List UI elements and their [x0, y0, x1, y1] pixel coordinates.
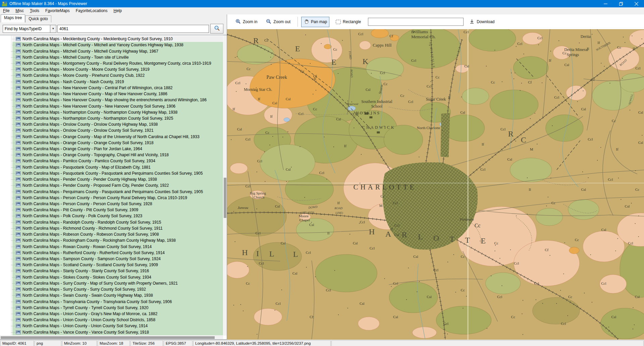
map-node-icon: [16, 98, 21, 102]
tree-item[interactable]: North Carolina Maps - Vance County - Van…: [0, 329, 223, 335]
tree-item[interactable]: North Carolina Maps - Union County - Uni…: [0, 323, 223, 329]
svg-text:Ccl: Ccl: [326, 288, 331, 292]
restore-button[interactable]: [613, 0, 629, 7]
tree-item[interactable]: North Carolina Maps - Richmond County - …: [0, 225, 223, 231]
menu-item-tools[interactable]: Tools: [27, 8, 42, 14]
tree-item[interactable]: North Carolina Maps - Moore County - Moo…: [0, 66, 223, 72]
download-button[interactable]: Download: [467, 17, 497, 27]
svg-text:Ccl: Ccl: [554, 95, 559, 99]
search-input[interactable]: [57, 25, 209, 33]
svg-text:Cc: Cc: [265, 130, 269, 134]
tree-item[interactable]: North Carolina Maps - Orange County - Pl…: [0, 146, 223, 152]
tree-item[interactable]: North Carolina Maps - Person County - Pe…: [0, 195, 223, 201]
tree-item[interactable]: North Carolina Maps - Orange County - Or…: [0, 140, 223, 146]
title-bar[interactable]: Offline Map Maker 8.364 - Maps Previewer: [0, 0, 644, 7]
tree-item[interactable]: North Carolina Maps - Pender County - Pr…: [0, 182, 223, 188]
pan-map-button[interactable]: Pan map: [301, 17, 329, 27]
zoom-in-button[interactable]: Zoom in: [233, 17, 260, 27]
tree-item[interactable]: North Carolina Maps - New Hanover County…: [0, 103, 223, 109]
tree-item[interactable]: North Carolina Maps - Randolph County - …: [0, 219, 223, 225]
tree-item[interactable]: North Carolina Maps - Onslow County - On…: [0, 127, 223, 133]
tab-quick-goto[interactable]: Quick goto: [25, 15, 51, 22]
tree-item[interactable]: North Carolina Maps - Pasquotank County …: [0, 164, 223, 170]
tree-item[interactable]: North Carolina Maps - Rowan County - Row…: [0, 243, 223, 249]
tree-item[interactable]: North Carolina Maps - Union County - Uni…: [0, 317, 223, 323]
tree-item[interactable]: North Carolina Maps - Moore County - Pin…: [0, 72, 223, 78]
tree-item[interactable]: North Carolina Maps - Montgomery County …: [0, 60, 223, 66]
tree-horizontal-scrollbar[interactable]: [0, 336, 223, 339]
search-icon: [214, 25, 220, 33]
svg-text:If: If: [258, 97, 260, 101]
tree-item[interactable]: North Carolina Maps - Scotland County - …: [0, 262, 223, 268]
menu-item-file[interactable]: File: [0, 8, 12, 14]
close-button[interactable]: [629, 0, 644, 7]
menu-item-favoritemaps[interactable]: FavoriteMaps: [42, 8, 73, 14]
svg-text:Cf: Cf: [389, 34, 393, 38]
chevron-down-icon[interactable]: ▼: [50, 25, 56, 33]
map-viewport[interactable]: CclCcCfCclCclCslCslIlCcCclIfCfCcCslCslIf…: [227, 29, 644, 340]
menu-item-favoritelocations[interactable]: FavoriteLocations: [73, 8, 111, 14]
tree-item[interactable]: North Carolina Maps - Surry County - Map…: [0, 280, 223, 286]
tree-item[interactable]: North Carolina Maps - Orange County - Ma…: [0, 134, 223, 140]
tree-item[interactable]: North Carolina Maps - Robeson County - R…: [0, 231, 223, 237]
tree-item-label: North Carolina Maps - Pender County - Pe…: [22, 177, 157, 182]
tree-item[interactable]: North Carolina Maps - Stanly County - St…: [0, 268, 223, 274]
toolbar-input[interactable]: [368, 18, 464, 26]
status-cell-1: png: [35, 340, 61, 346]
find-by-dropdown[interactable]: Find by MapsTypeID ▼: [3, 25, 56, 33]
minimize-button[interactable]: [598, 0, 613, 7]
tree-item[interactable]: North Carolina Maps - Nash County - Nash…: [0, 79, 223, 85]
tree-item[interactable]: North Carolina Maps - Transylvania Count…: [0, 298, 223, 304]
svg-text:Cf: Cf: [545, 248, 548, 252]
horizontal-scroll-thumb[interactable]: [1, 336, 215, 339]
tree-item[interactable]: North Carolina Maps - Stokes County - St…: [0, 274, 223, 280]
svg-text:If: If: [549, 58, 551, 62]
tree-item[interactable]: North Carolina Maps - Pender County - Pe…: [0, 176, 223, 182]
search-button[interactable]: [210, 24, 223, 34]
map-node-icon: [16, 171, 21, 175]
tree-item[interactable]: North Carolina Maps - Tyrrell County - T…: [0, 305, 223, 311]
tree-item[interactable]: North Carolina Maps - Swain County - Swa…: [0, 292, 223, 298]
tree-item[interactable]: North Carolina Maps - Mitchell County - …: [0, 42, 223, 48]
tree-item[interactable]: North Carolina Maps - Union County - Gra…: [0, 311, 223, 317]
status-cell-3: MaxZoom: 18: [98, 340, 130, 346]
vertical-scroll-thumb[interactable]: [224, 178, 226, 218]
tab-maps-tree[interactable]: Maps tree: [1, 14, 25, 22]
svg-text:Ccl: Ccl: [443, 322, 448, 326]
tree-item[interactable]: North Carolina Maps - Northampton County…: [0, 115, 223, 121]
tree-item[interactable]: North Carolina Maps - Pasquotank County …: [0, 170, 223, 176]
tree-item[interactable]: North Carolina Maps - Onslow County - On…: [0, 121, 223, 127]
tree-item[interactable]: North Carolina Maps - Perquimans County …: [0, 188, 223, 194]
tree-item[interactable]: North Carolina Maps - Rockingham County …: [0, 237, 223, 243]
rectangle-button[interactable]: Rectangle: [333, 17, 363, 26]
tree-item[interactable]: North Carolina Maps - Polk County - Polk…: [0, 213, 223, 219]
tree-item[interactable]: North Carolina Maps - New Hanover County…: [0, 85, 223, 91]
tree-item[interactable]: North Carolina Maps - Pitt County - Pitt…: [0, 207, 223, 213]
menu-item-help[interactable]: Help: [111, 8, 125, 14]
tree-item[interactable]: North Carolina Maps - Orange County - To…: [0, 152, 223, 158]
map-fold-line: [468, 29, 469, 340]
tree-item[interactable]: North Carolina Maps - Northampton County…: [0, 109, 223, 115]
menu-item-misc[interactable]: Misc: [12, 8, 27, 14]
tree-item[interactable]: North Carolina Maps - Pamlico County - P…: [0, 158, 223, 164]
svg-text:Csl: Csl: [581, 107, 586, 111]
tree-item[interactable]: North Carolina Maps - Rutherford County …: [0, 250, 223, 256]
tree-item[interactable]: North Carolina Maps - Mitchell County - …: [0, 48, 223, 54]
tree-item[interactable]: North Carolina Maps - New Hanover County…: [0, 91, 223, 97]
map-node-icon: [16, 37, 21, 41]
tree-item[interactable]: North Carolina Maps - Mitchell County - …: [0, 54, 223, 60]
svg-text:R: R: [508, 129, 514, 138]
tree-vertical-scrollbar[interactable]: [223, 35, 227, 336]
svg-text:ROAD: ROAD: [350, 69, 354, 78]
tree-item[interactable]: North Carolina Maps - New Hanover County…: [0, 97, 223, 103]
tree-item[interactable]: North Carolina Maps - Person County - Pe…: [0, 201, 223, 207]
svg-text:Cc: Cc: [246, 281, 250, 285]
tree-item[interactable]: North Carolina Maps - Surry County - Sur…: [0, 286, 223, 292]
tree-item[interactable]: North Carolina Maps - Sampson County - S…: [0, 256, 223, 262]
zoom-out-button[interactable]: Zoom out: [264, 17, 293, 27]
svg-text:Ccl: Ccl: [393, 201, 398, 205]
svg-text:Csl: Csl: [272, 101, 277, 105]
tree-item-label: North Carolina Maps - Mitchell County - …: [22, 43, 183, 47]
svg-text:Williams: Williams: [412, 29, 428, 34]
tree-item[interactable]: North Carolina Maps - Mecklenburg County…: [0, 36, 223, 42]
